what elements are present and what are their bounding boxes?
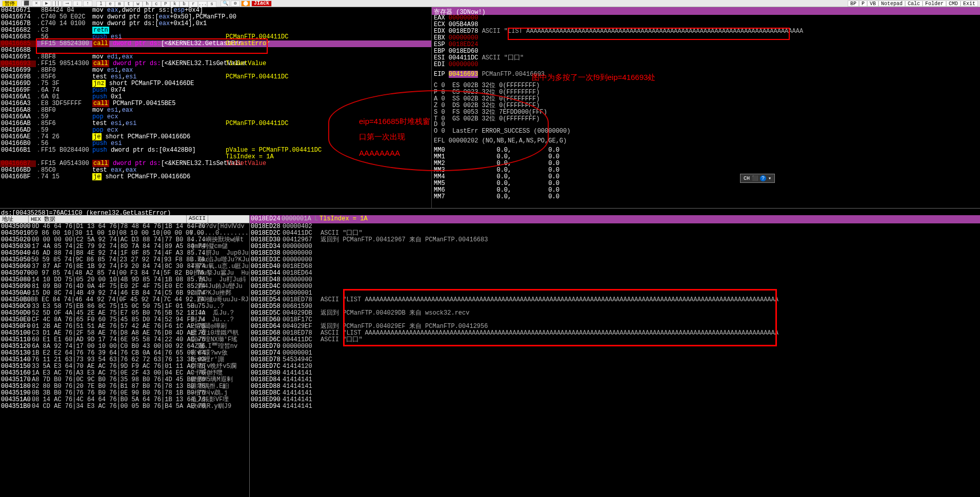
toolbar-letter[interactable]: t <box>124 1 133 7</box>
toolbar-ext[interactable]: BP <box>848 1 859 7</box>
flag-row: O 0 LastErr ERROR_SUCCESS (00000000) <box>432 128 980 134</box>
pause-button[interactable]: 暂停 <box>2 1 17 7</box>
disasm-row[interactable]: 0041667B.C740 14 0100mov dword ptr ds:[e… <box>0 20 431 27</box>
disasm-row[interactable]: 00416685.FF15 58524300call dword ptr ds:… <box>0 40 431 47</box>
disasm-row[interactable]: 004166BF.74 15je short PCManFTP.004166D6 <box>0 174 431 180</box>
efl-row: EFL 00000202 (NO,NB,NE,A,NS,PO,GE,G) <box>432 137 980 144</box>
register-row[interactable]: EBX 00000000 <box>432 35 980 42</box>
tooltip-icon: ⬛ <box>752 175 758 181</box>
toolbar-letter[interactable]: b <box>179 1 189 7</box>
toolbar-icon[interactable]: × <box>32 1 41 7</box>
toolbar-letter[interactable]: m <box>115 1 124 7</box>
stack-row[interactable]: 0018ED3000412967 返回到 PCManFTP.00412967 来… <box>250 237 980 243</box>
toolbar-ext[interactable]: Notepad <box>878 1 905 7</box>
toolbar-ext[interactable]: VB <box>867 1 878 7</box>
disasm-row[interactable]: 0041669F.6A 74push 0x74 <box>0 87 431 94</box>
registers-title: 寄存器 (3DNow!) <box>432 7 980 15</box>
stack-row[interactable]: 0018ED4800000000 <box>250 277 980 283</box>
disasm-row[interactable]: 004166AA.59pop ecx <box>0 114 431 120</box>
disasm-row[interactable]: 00416682.C3retn <box>0 27 431 34</box>
toolbar-icon[interactable]: || <box>52 1 62 7</box>
main-split: 004166718B4424 04mov eax,dword ptr ss:[e… <box>0 7 980 208</box>
stack-row[interactable]: 0018ED4C00000000 <box>250 283 980 290</box>
disasm-row[interactable]: 00416699.8BF0mov esi,eax <box>0 67 431 74</box>
register-row[interactable]: ESP 0018ED24 <box>432 42 980 48</box>
stack-row[interactable]: 0018ED9441414141 <box>250 403 980 410</box>
cpu-tooltip: CH ⬛ ? ▾ <box>740 174 775 183</box>
disasm-row[interactable]: 0041668B <box>0 47 431 54</box>
toolbar-icon[interactable]: ⟶ <box>63 1 72 7</box>
stack-row[interactable]: 0018ED8C41414141 <box>250 390 980 397</box>
disasm-row[interactable]: 0041669B.85F6test esi,esiPCManFTP.004411… <box>0 74 431 80</box>
register-row[interactable]: ESI 004411DC ASCII "囗囗" <box>432 55 980 61</box>
toolbar-icon[interactable]: ⚙ <box>231 1 240 7</box>
toolbar-letter[interactable]: s <box>207 1 216 7</box>
register-row[interactable]: EAX 00000000 <box>432 15 980 22</box>
register-row[interactable]: EDX 0018ED78 ASCII "LIST AAAAAAAAAAAAAAA… <box>432 28 980 35</box>
toolbar-icon[interactable]: ⬛ <box>22 1 31 7</box>
help-icon[interactable]: ? <box>760 175 766 181</box>
toolbar-letter[interactable]: k <box>170 1 179 7</box>
disassembly-pane[interactable]: 004166718B4424 04mov eax,dword ptr ss:[e… <box>0 7 432 208</box>
stack-row[interactable]: 0018ED3800000000 <box>250 250 980 257</box>
toolbar-ext[interactable]: Exit <box>961 1 978 7</box>
stack-row[interactable]: 0018ED8041414141 <box>250 370 980 377</box>
stack-row[interactable]: 0018ED8841414141 <box>250 383 980 390</box>
toolbar-letter[interactable]: r <box>189 1 198 7</box>
flag-row: S 0 FS 0053 32位 7EFDD000(FFF) <box>432 108 980 114</box>
flag-row: C 0 ES 002B 32位 0(FFFFFFFF) <box>432 81 980 88</box>
stack-row[interactable]: 0018ED6C004411DC ASCII "囗囗" <box>250 337 980 343</box>
disasm-row[interactable]: 0041669D.75 3Fjnz short PCManFTP.004166D… <box>0 80 431 87</box>
toolbar-letter[interactable]: c <box>152 1 161 7</box>
info-line: ds:[00435258]=76AC11C0 (kernel32.GetLast… <box>0 208 980 215</box>
disasm-row[interactable]: 004166AE.74 26je short PCManFTP.004166D6 <box>0 134 431 140</box>
flag-row: T 0 GS 002B 32位 0(FFFFFFFF) <box>432 114 980 121</box>
stack-row[interactable]: 0018ED7000000000 <box>250 343 980 350</box>
stack-row[interactable]: 0018ED7400000001 <box>250 350 980 357</box>
memory-dump-pane[interactable]: 地址 HEX 数据 ASCII 004350000D 46 64 76|D1 1… <box>0 215 250 497</box>
flag-row: P 0 CS 0023 32位 0(FFFFFFFF) <box>432 88 980 94</box>
stack-row[interactable]: 0018ED3400000000 <box>250 243 980 250</box>
flag-row: Z 0 DS 002B 32位 0(FFFFFFFF) <box>432 101 980 108</box>
toolbar-ext[interactable]: P <box>859 1 867 7</box>
toolbar-icon[interactable]: ▶ <box>42 1 51 7</box>
stack-row[interactable]: 0018ED9041414141 <box>250 397 980 403</box>
flag-row: A 0 SS 002B 32位 0(FFFFFFFF) <box>432 94 980 101</box>
stack-row[interactable]: 0018ED7C41414120 <box>250 363 980 370</box>
dump-header: 地址 HEX 数据 ASCII <box>0 215 249 223</box>
disasm-row[interactable]: 004166B1.FF15 B0284400push dword ptr ds:… <box>0 147 431 154</box>
stack-row[interactable]: 0018ED5C004029DB 返回到 PCManFTP.004029DB 来… <box>250 310 980 317</box>
toolbar-ext[interactable]: Folder <box>923 1 946 7</box>
disasm-row[interactable]: 00416693.FF15 98514300call dword ptr ds:… <box>0 60 431 67</box>
toolbar-icon[interactable]: ↓ <box>73 1 82 7</box>
toolbar-letter[interactable]: h <box>143 1 152 7</box>
toolbar-letter[interactable]: e <box>106 1 115 7</box>
toolbar-ext[interactable]: Calc <box>905 1 923 7</box>
register-row[interactable]: EDI 00000000 <box>432 61 980 68</box>
disasm-row[interactable]: 004166A8.8BF0mov esi,eax <box>0 107 431 114</box>
stack-pane[interactable]: 0018ED24 0000001A L TlsIndex = 1A 0018ED… <box>250 215 980 497</box>
toolbar-icon[interactable]: ⬤ <box>241 1 250 7</box>
toolbar-icon[interactable]: 🔍 <box>221 1 230 7</box>
stack-row[interactable]: 0018ED8441414141 <box>250 377 980 383</box>
disasm-row[interactable]: 004166AB.85F6test esi,esiPCManFTP.004411… <box>0 120 431 127</box>
dropdown-icon[interactable]: ▾ <box>768 175 771 181</box>
dump-row[interactable]: 004351B004 CD AE 76|34 E3 AC 76|00 05 B0… <box>0 403 249 410</box>
stack-row[interactable]: 0018ED785453494C <box>250 357 980 363</box>
disasm-row[interactable]: 004166BD.85C0test eax,eax <box>0 167 431 174</box>
disasm-row[interactable]: 004166AD.59pop ecx <box>0 127 431 134</box>
stack-row[interactable]: 0018ED440018ED64 <box>250 270 980 277</box>
stack-row[interactable]: 0018ED540018ED78 ASCII "LIST AAAAAAAAAAA… <box>250 297 980 303</box>
stack-row[interactable]: 0018ED400018ED68 <box>250 263 980 270</box>
disasm-row[interactable]: 004166B7.FF15 A0514300call dword ptr ds:… <box>0 160 431 167</box>
toolbar-icon[interactable]: ↑ <box>83 1 92 7</box>
toolbar-letter[interactable]: l <box>96 1 106 7</box>
stack-row[interactable]: 0018ED3C00000000 <box>250 257 980 263</box>
hijack-label[interactable]: JIack <box>251 1 272 7</box>
toolbar-letter[interactable]: P <box>161 1 170 7</box>
toolbar-ext[interactable]: CMD <box>946 1 961 7</box>
toolbar-letter[interactable]: ... <box>198 1 207 7</box>
toolbar-letter[interactable]: w <box>133 1 143 7</box>
disasm-row[interactable]: 004166A3.E8 3DF5FFFFcall PCManFTP.00415B… <box>0 100 431 107</box>
registers-pane[interactable]: 寄存器 (3DNow!) EAX 00000000ECX 005B4A98EDX… <box>432 7 980 208</box>
